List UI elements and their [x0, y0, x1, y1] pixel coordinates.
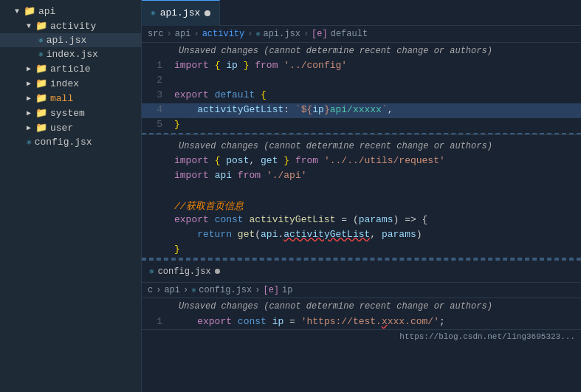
react-config-icon: ⚛: [149, 267, 154, 276]
unsaved-notice-2: Unsaved changes (cannot determine recent…: [142, 138, 581, 154]
arrow-icon-mall: ▶: [27, 94, 34, 103]
line-content-b2-2: import api from './api': [171, 169, 581, 181]
config-line-num-1: 1: [142, 315, 171, 327]
sidebar-label-user: user: [50, 123, 73, 134]
sidebar: ▼ 📁 api ▼ 📁 activity ⚛ api.jsx ⚛ index.j…: [0, 0, 142, 392]
sep4: ›: [303, 29, 309, 39]
code-block-2: Unsaved changes (cannot determine recent…: [142, 134, 581, 259]
sidebar-item-index-jsx[interactable]: ⚛ index.jsx: [0, 47, 141, 61]
react-icon-config: ⚛: [27, 137, 32, 147]
config-tab-bar: ⚛ config.jsx: [142, 261, 581, 283]
sidebar-item-system[interactable]: ▶ 📁 system: [0, 106, 141, 120]
line-num-2: 2: [142, 74, 171, 86]
config-dot: [215, 269, 220, 274]
react-config-bc-icon: ⚛: [191, 286, 196, 295]
arrow-icon-system: ▶: [27, 109, 34, 117]
sidebar-label-api-jsx: api.jsx: [47, 35, 87, 46]
react-icon-index: ⚛: [38, 49, 44, 59]
line-num-b2-3: [142, 184, 171, 185]
sidebar-label-api: api: [38, 6, 55, 17]
code-lines-2: import { post, get } from '../../utils/r…: [142, 154, 581, 258]
arrow-icon-article: ▶: [27, 64, 34, 73]
react-tab-icon: ⚛: [151, 8, 156, 18]
sidebar-label-activity: activity: [50, 21, 96, 32]
config-bc-file: config.jsx: [199, 285, 252, 295]
line-num-1: 1: [142, 59, 171, 71]
line-num-b2-5: [142, 213, 171, 214]
unsaved-notice-1: Unsaved changes (cannot determine recent…: [142, 43, 581, 59]
config-sep3: ›: [255, 285, 260, 295]
editor-pane[interactable]: Unsaved changes (cannot determine recent…: [142, 43, 581, 392]
breadcrumb-api: api: [175, 29, 191, 39]
sidebar-item-activity[interactable]: ▼ 📁 activity: [0, 18, 141, 33]
sidebar-item-index[interactable]: ▶ 📁 index: [0, 76, 141, 91]
folder-icon-system: 📁: [35, 107, 47, 119]
breadcrumb-apijsx: api.jsx: [263, 29, 300, 39]
code-lines-1: 1 import { ip } from '../config' 2 3 exp…: [142, 59, 581, 133]
line-content-3: export default {: [171, 89, 581, 100]
line-content-5: }: [171, 118, 581, 130]
sidebar-label-index-jsx: index.jsx: [47, 49, 98, 60]
line-content-1: import { ip } from '../config': [171, 59, 581, 71]
config-tab-label: config.jsx: [158, 267, 211, 277]
sidebar-label-index: index: [50, 78, 79, 89]
code-line-b2-3: [142, 184, 581, 199]
code-line-5: 5 }: [142, 118, 581, 133]
line-num-b2-7: [142, 243, 171, 244]
sidebar-item-config-jsx[interactable]: ⚛ config.jsx: [0, 135, 141, 149]
code-block-1: Unsaved changes (cannot determine recent…: [142, 43, 581, 134]
config-sep1: ›: [156, 285, 161, 295]
sidebar-item-api[interactable]: ▼ 📁 api: [0, 4, 141, 18]
react-icon-api: ⚛: [38, 35, 44, 45]
config-code-line-1: 1 export const ip = 'https://test.xxxx.c…: [142, 314, 581, 329]
config-breadcrumb: c › api › ⚛ config.jsx › [e] ip: [142, 283, 581, 298]
code-line-4: 4 activityGetList: `${ip}api/xxxxx`,: [142, 103, 581, 118]
folder-icon-mall: 📁: [35, 92, 47, 104]
sidebar-item-user[interactable]: ▶ 📁 user: [0, 120, 141, 135]
code-line-3: 3 export default {: [142, 89, 581, 103]
sidebar-item-article[interactable]: ▶ 📁 article: [0, 61, 141, 76]
line-content-b2-7: }: [171, 243, 581, 255]
tab-label-api-jsx: api.jsx: [160, 7, 201, 18]
folder-icon-article: 📁: [35, 63, 47, 75]
code-line-b2-6: return get(api.activityGetList, params): [142, 228, 581, 243]
folder-icon-index: 📁: [35, 78, 47, 89]
line-num-b2-2: [142, 169, 171, 170]
breadcrumb-symbol-icon: [e]: [312, 29, 328, 39]
arrow-icon: ▼: [15, 7, 22, 16]
config-symbol-icon: [e]: [263, 285, 279, 295]
breadcrumb-activity: activity: [202, 29, 245, 39]
tab-bar: ⚛ api.jsx: [142, 0, 581, 26]
tooltip-url: https://blog.csdn.net/ling3695323...: [399, 332, 575, 341]
sep1: ›: [167, 29, 172, 39]
breadcrumb-default: default: [331, 29, 368, 39]
arrow-icon-user: ▶: [27, 123, 34, 132]
code-line-b2-1: import { post, get } from '../../utils/r…: [142, 154, 581, 169]
line-content-b2-1: import { post, get } from '../../utils/r…: [171, 154, 581, 166]
tab-api-jsx[interactable]: ⚛ api.jsx: [142, 0, 220, 26]
config-tab[interactable]: ⚛ config.jsx: [142, 261, 227, 283]
config-bc-api: api: [164, 285, 180, 295]
unsaved-dot: [204, 10, 210, 16]
react-bc-icon: ⚛: [255, 30, 260, 38]
config-line-content-1: export const ip = 'https://test.xxxx.com…: [171, 315, 581, 327]
config-sep2: ›: [183, 285, 188, 295]
line-content-b2-6: return get(api.activityGetList, params): [171, 228, 581, 240]
arrow-icon-index: ▶: [27, 79, 34, 88]
folder-icon-user: 📁: [35, 122, 47, 134]
code-line-1: 1 import { ip } from '../config': [142, 59, 581, 74]
folder-icon: 📁: [24, 5, 35, 17]
sidebar-item-api-jsx[interactable]: ⚛ api.jsx: [0, 33, 141, 47]
sep3: ›: [247, 29, 252, 39]
arrow-icon-activity: ▼: [27, 22, 34, 30]
line-num-b2-4: [142, 199, 171, 199]
sidebar-label-mall: mall: [50, 93, 73, 104]
sidebar-label-article: article: [50, 63, 91, 75]
line-num-4: 4: [142, 103, 171, 115]
line-content-2: [171, 74, 581, 86]
sidebar-item-mall[interactable]: ▶ 📁 mall: [0, 91, 141, 106]
breadcrumb: src › api › activity › ⚛ api.jsx › [e] d…: [142, 26, 581, 43]
sidebar-label-config-jsx: config.jsx: [35, 137, 92, 148]
code-line-b2-5: export const activityGetList = (params) …: [142, 213, 581, 228]
line-num-b2-1: [142, 154, 171, 155]
